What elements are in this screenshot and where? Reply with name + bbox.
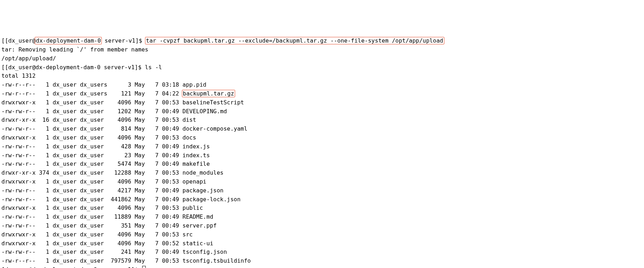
file-permissions: -rw-r--r--	[1, 81, 35, 88]
link-count: 1	[35, 204, 52, 211]
file-month: May	[135, 248, 149, 255]
file-permissions: drwxr-xr-x	[1, 169, 35, 176]
file-permissions: drwxrwxr-x	[1, 231, 35, 238]
file-size: 441862	[111, 196, 134, 203]
file-month: May	[135, 257, 149, 264]
file-permissions: -rw-rw-r--	[1, 248, 35, 255]
file-owner: dx_user	[53, 152, 80, 159]
hostname-highlight: dx-deployment-dam-0	[35, 37, 102, 44]
file-day: 7	[148, 143, 162, 150]
terminal-line: total 1312	[1, 72, 643, 81]
file-month: May	[135, 240, 149, 247]
file-owner: dx_user	[53, 116, 80, 123]
file-day: 7	[148, 187, 162, 194]
terminal-output[interactable]: [[dx_user@dx-deployment-dam-0 server-v1]…	[1, 37, 643, 268]
file-permissions: drwxrwxr-x	[1, 240, 35, 247]
link-count: 1	[35, 178, 52, 185]
link-count: 1	[35, 222, 52, 229]
file-time: 00:49	[162, 196, 183, 203]
shell-prompt: [[dx_user@dx-deployment-dam-0 server-v1]…	[1, 64, 145, 71]
file-size: 4096	[111, 204, 134, 211]
file-name: makefile	[183, 160, 210, 167]
terminal-line: drwxrwxr-x 1 dx_user dx_user 4096 May 7 …	[1, 230, 643, 239]
terminal-line: drwxrwxr-x 1 dx_user dx_user 4096 May 7 …	[1, 204, 643, 213]
terminal-line: drwxr-xr-x 16 dx_user dx_user 4096 May 7…	[1, 116, 643, 125]
file-month: May	[135, 108, 149, 115]
file-day: 7	[148, 231, 162, 238]
file-name: package.json	[183, 187, 224, 194]
file-time: 00:53	[162, 204, 183, 211]
file-size: 351	[111, 222, 134, 229]
file-permissions: drwxrwxr-x	[1, 99, 35, 106]
link-count: 1	[35, 134, 52, 141]
file-permissions: -rw-r--r--	[1, 90, 35, 97]
file-name: dist	[183, 116, 196, 123]
file-name: src	[183, 231, 193, 238]
file-day: 7	[148, 248, 162, 255]
file-permissions: -rw-rw-r--	[1, 222, 35, 229]
file-permissions: -rw-rw-r--	[1, 213, 35, 220]
terminal-line: drwxrwxr-x 1 dx_user dx_user 4096 May 7 …	[1, 177, 643, 186]
file-day: 7	[148, 160, 162, 167]
file-time: 00:49	[162, 222, 183, 229]
file-group: dx_user	[80, 213, 111, 220]
link-count: 1	[35, 125, 52, 132]
file-group: dx_user	[80, 204, 111, 211]
file-group: dx_user	[80, 134, 111, 141]
file-permissions: -rw-rw-r--	[1, 160, 35, 167]
link-count: 16	[35, 116, 52, 123]
file-owner: dx_user	[53, 231, 80, 238]
file-month: May	[135, 204, 149, 211]
prompt-suffix: server-v1]$	[101, 37, 145, 44]
file-size: 4096	[111, 116, 134, 123]
file-name: index.js	[183, 143, 210, 150]
file-day: 7	[148, 196, 162, 203]
file-day: 7	[148, 257, 162, 264]
file-month: May	[135, 134, 149, 141]
file-owner: dx_user	[53, 160, 80, 167]
file-month: May	[135, 231, 149, 238]
file-permissions: drwxrwxr-x	[1, 134, 35, 141]
file-permissions: drwxr-xr-x	[1, 116, 35, 123]
cursor[interactable]	[142, 266, 146, 268]
tar-output: tar: Removing leading `/' from member na…	[1, 46, 148, 53]
link-count: 1	[35, 231, 52, 238]
file-month: May	[135, 178, 149, 185]
link-count: 1	[35, 152, 52, 159]
link-count: 1	[35, 143, 52, 150]
file-group: dx_users	[80, 90, 111, 97]
file-size: 797579	[111, 257, 134, 264]
link-count: 1	[35, 160, 52, 167]
file-owner: dx_user	[53, 90, 80, 97]
file-name: static-ui	[183, 240, 213, 247]
file-day: 7	[148, 116, 162, 123]
file-month: May	[135, 116, 149, 123]
terminal-line: -rw-rw-r-- 1 dx_user dx_user 5474 May 7 …	[1, 160, 643, 169]
terminal-line: drwxrwxr-x 1 dx_user dx_user 4096 May 7 …	[1, 133, 643, 142]
file-permissions: drwxrwxr-x	[1, 204, 35, 211]
file-name: DEVELOPING.md	[183, 108, 227, 115]
file-day: 7	[148, 152, 162, 159]
file-month: May	[135, 187, 149, 194]
file-owner: dx_user	[53, 178, 80, 185]
file-owner: dx_user	[53, 169, 80, 176]
file-month: May	[135, 143, 149, 150]
file-permissions: -rw-rw-r--	[1, 152, 35, 159]
file-owner: dx_user	[53, 125, 80, 132]
link-count: 1	[35, 108, 52, 115]
terminal-line: drwxr-xr-x 374 dx_user dx_user 12288 May…	[1, 169, 643, 177]
file-time: 00:53	[162, 116, 183, 123]
link-count: 1	[35, 81, 52, 88]
link-count: 1	[35, 90, 52, 97]
file-time: 00:53	[162, 99, 183, 106]
terminal-line: [[dx_user@dx-deployment-dam-0 server-v1]…	[1, 37, 643, 45]
file-group: dx_user	[80, 125, 111, 132]
file-day: 7	[148, 178, 162, 185]
file-owner: dx_user	[53, 204, 80, 211]
file-size: 428	[111, 143, 134, 150]
file-month: May	[135, 160, 149, 167]
link-count: 1	[35, 196, 52, 203]
file-day: 7	[148, 90, 162, 97]
file-owner: dx_user	[53, 222, 80, 229]
file-group: dx_user	[80, 169, 111, 176]
